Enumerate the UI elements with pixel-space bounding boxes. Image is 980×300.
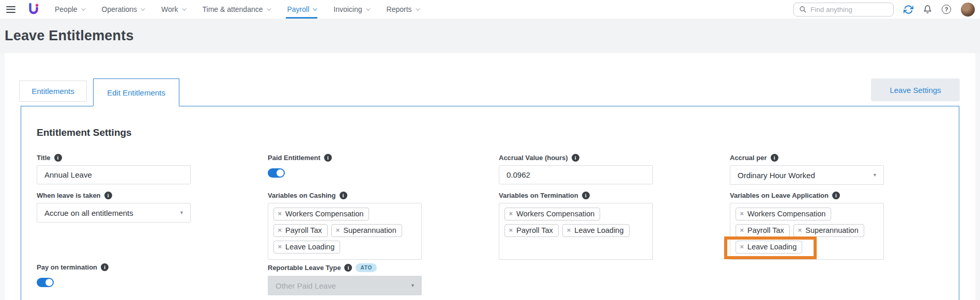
variables-leave-application-tagbox[interactable]: ×Workers Compensation ×Payroll Tax ×Supe…: [730, 203, 884, 260]
tab-bar: Entitlements Edit Entitlements: [19, 53, 975, 106]
main-nav: People Operations Work Time & attendance…: [55, 0, 419, 19]
info-icon[interactable]: i: [572, 154, 579, 162]
field-variables-on-termination: Variables on Terminationi ×Workers Compe…: [499, 192, 653, 260]
sync-icon[interactable]: [904, 5, 913, 14]
page-title: Leave Entitlements: [5, 28, 134, 44]
tag[interactable]: ×Workers Compensation: [736, 208, 832, 220]
field-accrual-per: Accrual peri Ordinary Hour Worked▼: [730, 154, 884, 185]
field-paid-entitlement: Paid Entitlementi: [268, 154, 422, 185]
info-icon[interactable]: i: [101, 263, 109, 271]
info-icon[interactable]: i: [54, 154, 62, 162]
info-icon[interactable]: i: [104, 192, 112, 199]
tag[interactable]: ×Superannuation: [793, 224, 864, 237]
page-header: Leave Entitlements: [0, 19, 980, 53]
global-search[interactable]: [793, 3, 894, 17]
tag[interactable]: ×Leave Loading: [273, 241, 341, 254]
variables-termination-tagbox[interactable]: ×Workers Compensation ×Payroll Tax ×Leav…: [499, 203, 653, 260]
fields-grid: Titlei Paid Entitlementi Accrual Value (…: [21, 154, 959, 295]
search-input[interactable]: [810, 6, 878, 13]
remove-tag-icon[interactable]: ×: [278, 210, 282, 217]
content-card: Entitlements Edit Entitlements Leave Set…: [5, 53, 975, 300]
user-avatar[interactable]: [961, 3, 975, 17]
entitlement-settings-panel: Entitlement Settings Titlei Paid Entitle…: [21, 106, 959, 300]
info-icon[interactable]: i: [340, 192, 347, 199]
title-input[interactable]: [37, 165, 191, 184]
nav-item-operations[interactable]: Operations: [102, 0, 144, 19]
nav-item-payroll[interactable]: Payroll: [287, 0, 316, 19]
info-icon[interactable]: i: [324, 154, 332, 162]
tag[interactable]: ×Superannuation: [331, 224, 402, 237]
top-navbar: People Operations Work Time & attendance…: [0, 0, 980, 19]
leave-settings-button[interactable]: Leave Settings: [871, 78, 960, 101]
remove-tag-icon[interactable]: ×: [278, 226, 282, 234]
nav-item-time-attendance[interactable]: Time & attendance: [203, 0, 270, 19]
tag[interactable]: ×Payroll Tax: [736, 224, 790, 237]
caret-down-icon: ▼: [872, 172, 877, 178]
field-variables-on-cashing: Variables on Cashingi ×Workers Compensat…: [268, 192, 422, 260]
info-icon[interactable]: i: [771, 154, 778, 162]
when-leave-taken-select[interactable]: Accrue on all entitlements▼: [37, 203, 191, 223]
info-icon[interactable]: i: [344, 264, 352, 272]
chevron-down-icon: [81, 6, 85, 10]
caret-down-icon: ▼: [410, 283, 415, 288]
remove-tag-icon[interactable]: ×: [740, 210, 744, 217]
info-icon[interactable]: i: [832, 192, 840, 199]
field-title: Titlei: [37, 154, 191, 185]
brand-logo-icon[interactable]: [28, 3, 39, 16]
accrual-value-input[interactable]: [499, 165, 653, 184]
tag[interactable]: ×Leave Loading: [562, 224, 630, 237]
remove-tag-icon[interactable]: ×: [509, 210, 513, 217]
tag[interactable]: ×Payroll Tax: [273, 224, 328, 237]
remove-tag-icon[interactable]: ×: [740, 243, 744, 250]
nav-item-reports[interactable]: Reports: [387, 0, 419, 19]
menu-icon[interactable]: [6, 6, 16, 13]
nav-item-invoicing[interactable]: Invoicing: [333, 0, 369, 19]
variables-cashing-tagbox[interactable]: ×Workers Compensation ×Payroll Tax ×Supe…: [268, 203, 422, 260]
search-icon: [799, 6, 806, 13]
remove-tag-icon[interactable]: ×: [798, 226, 802, 234]
remove-tag-icon[interactable]: ×: [509, 226, 513, 234]
tag-leave-loading-highlighted[interactable]: ×Leave Loading: [736, 241, 803, 254]
tab-entitlements[interactable]: Entitlements: [19, 81, 87, 102]
field-pay-on-termination: Pay on terminationi: [37, 263, 191, 295]
info-icon[interactable]: i: [582, 192, 590, 199]
pay-on-termination-toggle[interactable]: [37, 278, 54, 287]
nav-item-work[interactable]: Work: [161, 0, 185, 19]
tab-edit-entitlements[interactable]: Edit Entitlements: [93, 78, 179, 106]
remove-tag-icon[interactable]: ×: [567, 226, 571, 234]
chevron-down-icon: [313, 6, 317, 10]
field-reportable-leave-type: Reportable Leave TypeiATO Other Paid Lea…: [268, 263, 422, 295]
chevron-down-icon: [267, 6, 271, 10]
ato-badge: ATO: [356, 263, 377, 272]
accrual-per-select[interactable]: Ordinary Hour Worked▼: [730, 165, 884, 185]
chevron-down-icon: [182, 6, 186, 10]
remove-tag-icon[interactable]: ×: [740, 226, 744, 234]
nav-item-people[interactable]: People: [55, 0, 84, 19]
field-variables-on-leave-application: Variables on Leave Applicationi ×Workers…: [730, 192, 884, 260]
field-accrual-value: Accrual Value (hours)i: [499, 154, 653, 185]
remove-tag-icon[interactable]: ×: [336, 226, 340, 234]
remove-tag-icon[interactable]: ×: [278, 243, 282, 250]
notifications-bell-icon[interactable]: [923, 5, 932, 14]
tag[interactable]: ×Workers Compensation: [273, 208, 370, 220]
chevron-down-icon: [416, 6, 420, 10]
reportable-leave-type-select: Other Paid Leave▼: [268, 276, 422, 295]
tag[interactable]: ×Payroll Tax: [504, 224, 559, 237]
paid-entitlement-toggle[interactable]: [268, 168, 285, 178]
chevron-down-icon: [141, 6, 145, 10]
caret-down-icon: ▼: [179, 210, 184, 215]
section-heading: Entitlement Settings: [37, 127, 959, 138]
chevron-down-icon: [366, 6, 370, 10]
field-when-leave-taken: When leave is takeni Accrue on all entit…: [37, 192, 191, 260]
tag[interactable]: ×Workers Compensation: [504, 208, 601, 220]
help-icon[interactable]: ?: [942, 5, 951, 14]
